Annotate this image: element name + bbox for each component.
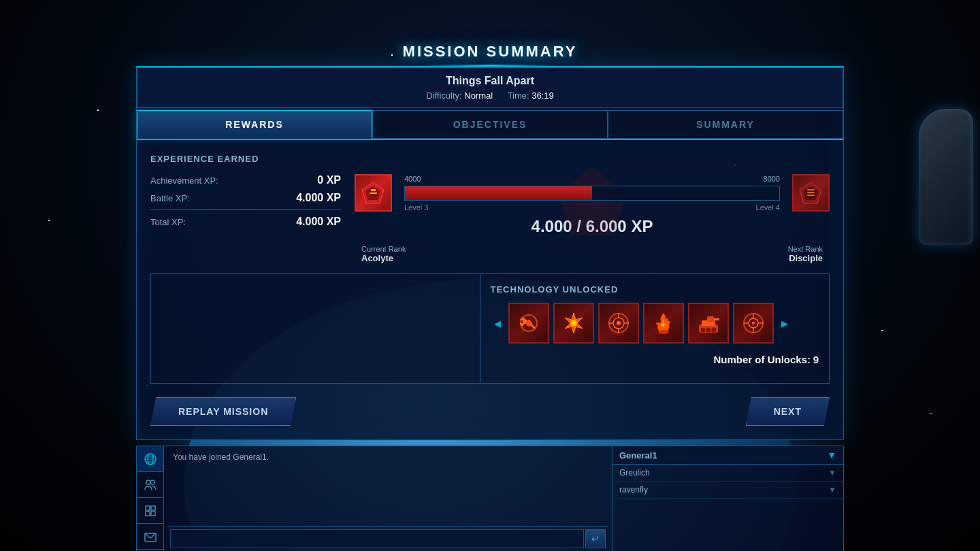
xp-grid: Achievement XP: 0 XP Battle XP: 4.000 XP…	[150, 174, 830, 263]
panel-content: EXPERIENCE EARNED Achievement XP: 0 XP B…	[137, 140, 843, 439]
svg-point-34	[752, 322, 755, 324]
mission-meta: Difficulty: Normal Time: 36:19	[148, 90, 832, 101]
total-xp-label: Total XP:	[150, 217, 186, 227]
current-rank-name: Acolyte	[361, 253, 406, 263]
svg-rect-44	[146, 512, 150, 516]
tab-rewards[interactable]: REWARDS	[137, 110, 372, 139]
tech-icon-1[interactable]	[508, 303, 549, 344]
tech-icons-row: ◂	[491, 303, 819, 344]
chat-mail-icon-btn[interactable]	[137, 524, 164, 550]
chat-user-item-1: Greulich ▼	[612, 465, 843, 482]
xp-bar-labels: Level 3 Level 4	[404, 203, 780, 212]
chat-input-row: ↵	[167, 526, 608, 551]
main-panel: MISSION SUMMARY Things Fall Apart Diffic…	[136, 37, 844, 440]
xp-level-left: Level 3	[404, 203, 428, 212]
chat-channel-header: General1 ▼	[612, 446, 843, 465]
next-rank-name: Disciple	[788, 253, 823, 263]
xp-bar-row: 4000 8000 Level 3 Level 4	[355, 174, 830, 212]
experience-section-title: EXPERIENCE EARNED	[150, 154, 830, 164]
chat-user-name-1: Greulich	[619, 468, 650, 478]
tech-next-arrow[interactable]: ▸	[778, 312, 791, 335]
svg-rect-7	[807, 192, 815, 193]
xp-left: Achievement XP: 0 XP Battle XP: 4.000 XP…	[150, 174, 341, 263]
empty-panel	[151, 274, 480, 383]
xp-bar-outer	[404, 186, 780, 201]
chat-user-list: Greulich ▼ ravenfly ▼	[612, 465, 843, 551]
chat-channel-name: General1	[619, 450, 657, 461]
tech-panel: TECHNOLOGY UNLOCKED ◂	[480, 274, 830, 383]
svg-rect-43	[151, 506, 155, 510]
xp-bar-max: 8000	[764, 175, 780, 183]
battle-xp-label: Battle XP:	[150, 193, 190, 203]
chat-sidebar	[137, 446, 164, 551]
total-xp-row: Total XP: 4.000 XP	[150, 216, 341, 228]
chat-message-1: You have joined General1.	[173, 452, 603, 463]
svg-rect-6	[807, 189, 815, 190]
tech-icon-4[interactable]	[643, 303, 684, 344]
tech-section-title: TECHNOLOGY UNLOCKED	[491, 284, 819, 295]
svg-point-41	[150, 480, 154, 484]
tech-prev-arrow[interactable]: ◂	[491, 312, 504, 335]
xp-level-right: Level 4	[756, 203, 780, 212]
svg-rect-3	[370, 193, 377, 194]
chat-globe-icon-btn[interactable]	[137, 446, 164, 472]
chat-main: You have joined General1. ↵	[167, 446, 608, 551]
chat-right-panel: General1 ▼ Greulich ▼ ravenfly ▼	[612, 446, 843, 551]
difficulty-value: Normal	[464, 90, 493, 101]
tech-unlocks-label: Number of Unlocks:	[714, 354, 811, 365]
tech-icon-6[interactable]	[733, 303, 774, 344]
tech-unlocks: Number of Unlocks: 9	[491, 354, 819, 365]
page-title: MISSION SUMMARY	[403, 43, 578, 60]
svg-rect-42	[146, 506, 150, 510]
current-rank-label: Current Rank	[361, 245, 406, 253]
svg-point-40	[146, 480, 150, 484]
rank-labels: Current Rank Acolyte Next Rank Disciple	[355, 245, 830, 263]
bottom-panels: TECHNOLOGY UNLOCKED ◂	[150, 273, 830, 384]
action-buttons: Replay Mission Next	[150, 397, 830, 426]
difficulty-label: Difficulty:	[426, 90, 462, 101]
battle-xp-row: Battle XP: 4.000 XP	[150, 192, 341, 204]
chat-people-icon-btn[interactable]	[137, 472, 164, 498]
tab-summary[interactable]: SUMMARY	[608, 110, 843, 139]
tech-icon-5[interactable]	[688, 303, 729, 344]
xp-divider	[150, 210, 341, 210]
time-label: Time:	[508, 90, 529, 101]
chat-send-button[interactable]: ↵	[585, 529, 606, 548]
chat-user-1-arrow[interactable]: ▼	[828, 468, 836, 478]
chat-grid-icon-btn[interactable]	[137, 498, 164, 524]
tabs-row: REWARDS OBJECTIVES SUMMARY	[137, 110, 843, 140]
tech-icon-3[interactable]	[598, 303, 639, 344]
rank-label-next: Next Rank Disciple	[788, 245, 823, 263]
xp-bar-fill	[405, 186, 592, 200]
tab-objectives[interactable]: OBJECTIVES	[372, 110, 608, 139]
svg-point-20	[658, 330, 669, 334]
svg-point-15	[617, 321, 621, 325]
xp-bar-min: 4000	[404, 175, 421, 183]
mission-info: Things Fall Apart Difficulty: Normal Tim…	[137, 67, 843, 108]
chat-user-item-2: ravenfly ▼	[612, 482, 843, 499]
chat-channel-dropdown-icon[interactable]: ▼	[827, 450, 836, 461]
next-rank-label: Next Rank	[788, 245, 823, 253]
achievement-xp-row: Achievement XP: 0 XP	[150, 174, 341, 186]
chat-user-2-arrow[interactable]: ▼	[828, 485, 836, 495]
achievement-xp-value: 0 XP	[317, 174, 341, 186]
svg-rect-8	[807, 195, 815, 196]
achievement-xp-label: Achievement XP:	[150, 176, 218, 186]
tech-unlocks-count: 9	[813, 354, 819, 365]
mission-name: Things Fall Apart	[148, 75, 832, 87]
chat-input[interactable]	[170, 529, 584, 548]
replay-mission-button[interactable]: Replay Mission	[150, 397, 296, 426]
next-button[interactable]: Next	[746, 397, 830, 426]
svg-rect-23	[707, 316, 714, 322]
rank-icon-right	[792, 174, 830, 212]
svg-rect-45	[151, 512, 155, 516]
svg-rect-2	[371, 189, 376, 191]
svg-rect-24	[714, 318, 719, 320]
chat-messages: You have joined General1.	[167, 446, 608, 526]
battle-xp-value: 4.000 XP	[296, 192, 341, 204]
svg-point-26	[706, 327, 711, 333]
xp-right: 4000 8000 Level 3 Level 4	[355, 174, 830, 263]
xp-bar-section: 4000 8000 Level 3 Level 4	[397, 175, 787, 212]
rank-label-current: Current Rank Acolyte	[361, 245, 406, 263]
tech-icon-2[interactable]	[553, 303, 594, 344]
